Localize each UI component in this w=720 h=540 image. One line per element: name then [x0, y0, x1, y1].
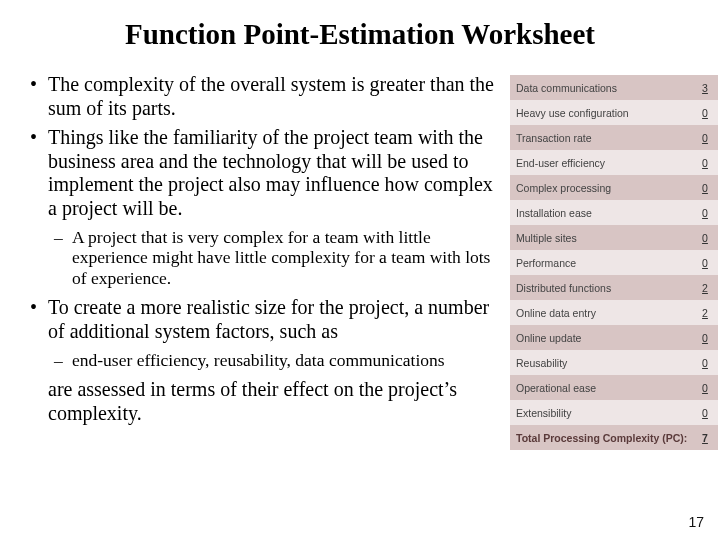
row-value: 2: [692, 307, 718, 319]
row-value: 0: [692, 332, 718, 344]
text-column: The complexity of the overall system is …: [28, 73, 506, 450]
row-label: Transaction rate: [510, 132, 692, 144]
row-label: Operational ease: [510, 382, 692, 394]
row-value: 0: [692, 207, 718, 219]
table-total-row: Total Processing Complexity (PC): 7: [510, 425, 718, 450]
total-label: Total Processing Complexity (PC):: [510, 432, 692, 444]
row-value: 0: [692, 157, 718, 169]
table-row: End-user efficiency 0: [510, 150, 718, 175]
row-value: 0: [692, 257, 718, 269]
row-value: 0: [692, 107, 718, 119]
bullet-3-sub: end-user efficiency, reusability, data c…: [28, 350, 506, 371]
table-row: Heavy use configuration 0: [510, 100, 718, 125]
bullet-2-sub: A project that is very complex for a tea…: [28, 227, 506, 289]
row-label: Online update: [510, 332, 692, 344]
table-row: Online data entry 2: [510, 300, 718, 325]
row-label: Reusability: [510, 357, 692, 369]
table-row: Complex processing 0: [510, 175, 718, 200]
row-value: 2: [692, 282, 718, 294]
table-row: Operational ease 0: [510, 375, 718, 400]
row-value: 0: [692, 182, 718, 194]
row-label: Extensibility: [510, 407, 692, 419]
row-label: Complex processing: [510, 182, 692, 194]
row-value: 0: [692, 132, 718, 144]
table-row: Data communications 3: [510, 75, 718, 100]
row-value: 3: [692, 82, 718, 94]
row-value: 0: [692, 382, 718, 394]
row-value: 0: [692, 232, 718, 244]
slide-title: Function Point-Estimation Worksheet: [0, 18, 720, 51]
bullet-1: The complexity of the overall system is …: [28, 73, 506, 120]
slide: Function Point-Estimation Worksheet The …: [0, 0, 720, 540]
row-value: 0: [692, 357, 718, 369]
row-label: Heavy use configuration: [510, 107, 692, 119]
bullet-3: To create a more realistic size for the …: [28, 296, 506, 343]
table-row: Distributed functions 2: [510, 275, 718, 300]
page-number: 17: [688, 514, 704, 530]
bullet-3-cont: are assessed in terms of their effect on…: [28, 378, 506, 425]
bullet-2: Things like the familiarity of the proje…: [28, 126, 506, 220]
row-label: Online data entry: [510, 307, 692, 319]
body-area: The complexity of the overall system is …: [0, 73, 720, 450]
table-row: Extensibility 0: [510, 400, 718, 425]
row-label: Data communications: [510, 82, 692, 94]
row-label: Performance: [510, 257, 692, 269]
total-value: 7: [692, 432, 718, 444]
row-label: Distributed functions: [510, 282, 692, 294]
table-row: Reusability 0: [510, 350, 718, 375]
row-value: 0: [692, 407, 718, 419]
table-row: Online update 0: [510, 325, 718, 350]
row-label: Multiple sites: [510, 232, 692, 244]
table-row: Installation ease 0: [510, 200, 718, 225]
table-row: Transaction rate 0: [510, 125, 718, 150]
row-label: Installation ease: [510, 207, 692, 219]
table-row: Performance 0: [510, 250, 718, 275]
row-label: End-user efficiency: [510, 157, 692, 169]
table-row: Multiple sites 0: [510, 225, 718, 250]
factors-table: Data communications 3 Heavy use configur…: [510, 75, 718, 450]
